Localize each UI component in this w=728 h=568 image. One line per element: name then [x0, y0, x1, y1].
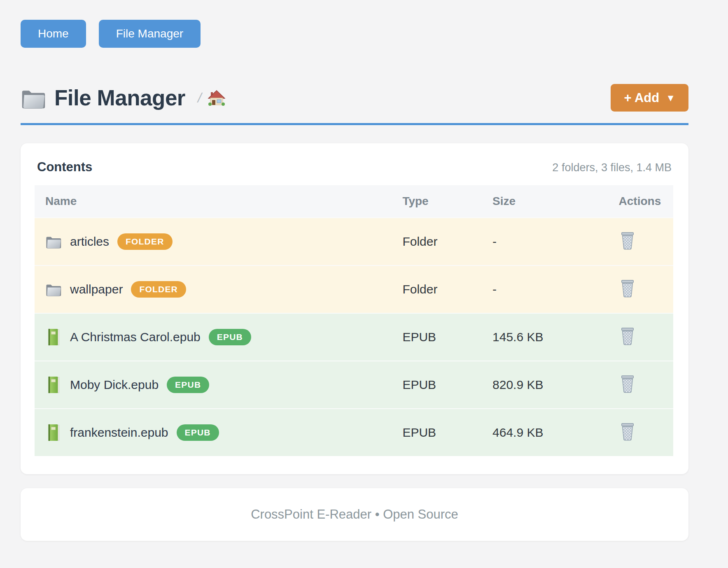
- trash-icon: [620, 375, 635, 393]
- folder-icon: [21, 87, 46, 109]
- file-type: EPUB: [402, 409, 492, 456]
- book-icon: [46, 328, 61, 346]
- breadcrumb-separator: /: [198, 90, 201, 106]
- trash-icon: [620, 327, 635, 345]
- file-badge: EPUB: [167, 377, 209, 393]
- file-table-body: articles FOLDER Folder - wallpaper F: [35, 218, 673, 456]
- table-row[interactable]: A Christmas Carol.epub EPUB EPUB 145.6 K…: [35, 313, 673, 361]
- file-type: Folder: [402, 218, 492, 265]
- contents-card: Contents 2 folders, 3 files, 1.4 MB Name…: [21, 143, 688, 474]
- delete-button[interactable]: [619, 374, 636, 394]
- delete-button[interactable]: [619, 279, 636, 298]
- column-header-name: Name: [35, 185, 402, 218]
- file-table: Name Type Size Actions articles FOLDER F…: [35, 185, 673, 456]
- file-badge: EPUB: [177, 424, 219, 441]
- delete-button[interactable]: [619, 231, 636, 251]
- page-title: File Manager: [54, 85, 185, 110]
- file-name[interactable]: wallpaper: [70, 282, 123, 296]
- contents-summary: 2 folders, 3 files, 1.4 MB: [552, 161, 672, 174]
- row-type-icon: [45, 235, 62, 249]
- column-header-type: Type: [402, 185, 492, 218]
- folder-icon: [45, 282, 62, 296]
- table-row[interactable]: Moby Dick.epub EPUB EPUB 820.9 KB: [35, 361, 673, 409]
- card-header: Contents 2 folders, 3 files, 1.4 MB: [37, 160, 672, 175]
- file-name[interactable]: Moby Dick.epub: [70, 378, 159, 392]
- delete-button[interactable]: [619, 422, 636, 442]
- top-nav: Home File Manager: [21, 20, 688, 48]
- breadcrumb: /: [198, 90, 225, 106]
- trash-icon: [620, 423, 635, 441]
- page-header: File Manager / + Add ▼: [21, 84, 688, 112]
- page: Home File Manager File Manager /: [21, 0, 688, 541]
- footer: CrossPoint E-Reader • Open Source: [21, 488, 688, 541]
- file-table-header: Name Type Size Actions: [35, 185, 673, 218]
- table-row[interactable]: wallpaper FOLDER Folder -: [35, 265, 673, 313]
- row-type-icon: [45, 328, 62, 346]
- row-type-icon: [45, 376, 62, 394]
- file-name[interactable]: frankenstein.epub: [70, 426, 168, 440]
- file-size: -: [492, 265, 611, 313]
- footer-text: CrossPoint E-Reader • Open Source: [251, 507, 458, 521]
- file-type: Folder: [402, 265, 492, 313]
- file-size: 464.9 KB: [492, 409, 611, 456]
- file-size: 820.9 KB: [492, 361, 611, 409]
- table-row[interactable]: articles FOLDER Folder -: [35, 218, 673, 265]
- file-size: -: [492, 218, 611, 265]
- file-badge: FOLDER: [117, 233, 173, 250]
- column-header-actions: Actions: [611, 185, 673, 218]
- delete-button[interactable]: [619, 326, 636, 346]
- file-name[interactable]: articles: [70, 235, 109, 249]
- file-badge: FOLDER: [131, 281, 186, 298]
- card-title: Contents: [37, 160, 92, 175]
- nav-file-manager-button[interactable]: File Manager: [99, 20, 201, 48]
- file-name[interactable]: A Christmas Carol.epub: [70, 330, 201, 344]
- home-icon[interactable]: [208, 90, 225, 106]
- chevron-down-icon: ▼: [666, 93, 675, 103]
- add-button-label: + Add: [624, 91, 659, 104]
- file-type: EPUB: [402, 361, 492, 409]
- trash-icon: [620, 232, 635, 250]
- file-badge: EPUB: [209, 329, 251, 345]
- folder-icon: [45, 235, 62, 249]
- table-row[interactable]: frankenstein.epub EPUB EPUB 464.9 KB: [35, 409, 673, 456]
- accent-divider: [21, 123, 688, 125]
- row-type-icon: [45, 424, 62, 442]
- book-icon: [46, 424, 61, 442]
- nav-home-button[interactable]: Home: [21, 20, 86, 48]
- book-icon: [46, 376, 61, 394]
- row-type-icon: [45, 282, 62, 296]
- file-type: EPUB: [402, 313, 492, 361]
- column-header-size: Size: [492, 185, 611, 218]
- add-button[interactable]: + Add ▼: [611, 84, 688, 112]
- trash-icon: [620, 279, 635, 298]
- file-size: 145.6 KB: [492, 313, 611, 361]
- title-group: File Manager /: [21, 85, 225, 110]
